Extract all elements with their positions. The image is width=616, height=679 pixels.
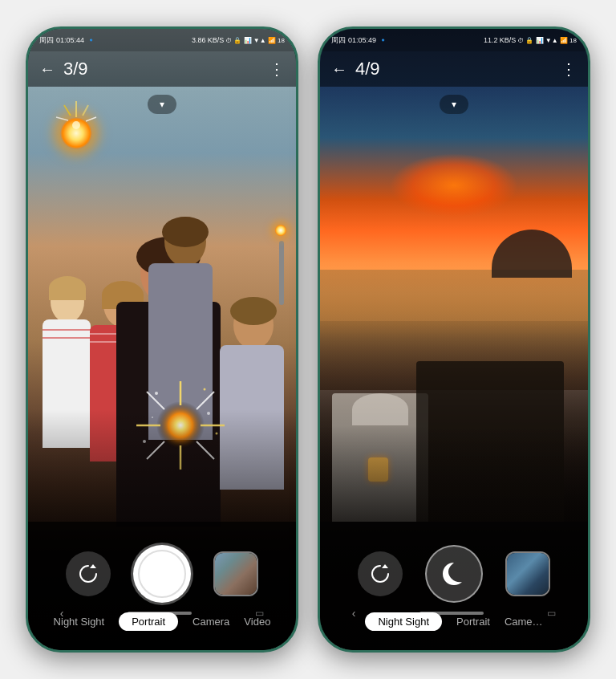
more-button-left[interactable]: ⋮ bbox=[269, 59, 285, 79]
nav-bar-right: ← 4/9 ⋮ bbox=[320, 51, 588, 87]
phone-right-frame: 周四 01:05:49 🔹 11.2 KB/S ⏱ 🔒 📊 ▼▲ 📶 18 ← … bbox=[318, 26, 590, 653]
shutter-button-left[interactable] bbox=[133, 545, 191, 603]
rotate-icon-right bbox=[369, 563, 391, 585]
svg-line-3 bbox=[64, 105, 71, 116]
shutter-inner-left bbox=[138, 550, 186, 598]
camera-buttons-right bbox=[358, 545, 550, 603]
status-icons-right: ⏱ 🔒 📊 ▼▲ 📶 18 bbox=[517, 37, 577, 44]
sparkle-lines-left bbox=[44, 93, 108, 157]
status-right-right: 11.2 KB/S ⏱ 🔒 📊 ▼▲ 📶 18 bbox=[484, 36, 577, 44]
more-button-right[interactable]: ⋮ bbox=[561, 59, 577, 79]
nav-recents-left[interactable]: ▭ bbox=[255, 608, 264, 619]
bottom-nav-left: ‹ ▭ bbox=[28, 599, 296, 628]
thumbnail-image-right bbox=[507, 553, 549, 595]
svg-point-16 bbox=[204, 388, 206, 391]
bottom-controls-left: Night Sight Portrait Camera Video bbox=[28, 522, 296, 650]
camera-buttons-left bbox=[66, 545, 258, 603]
status-emoji-right: 🔹 bbox=[379, 36, 387, 44]
nav-back-arrow-right[interactable]: ‹ bbox=[352, 607, 356, 620]
night-sight-shutter-right[interactable] bbox=[425, 545, 483, 603]
svg-marker-21 bbox=[90, 564, 96, 568]
status-network-right: 11.2 bbox=[484, 36, 498, 44]
svg-point-5 bbox=[72, 121, 80, 129]
thumbnail-left[interactable] bbox=[213, 551, 258, 596]
back-button-right[interactable]: ← bbox=[331, 60, 347, 79]
rotate-button-left[interactable] bbox=[66, 551, 111, 596]
status-network-unit-right: KB/S bbox=[500, 36, 517, 44]
rotate-button-right[interactable] bbox=[358, 551, 403, 596]
phone-left: 周四 01:05:44 🔹 3.86 KB/S ⏱ 🔒 📊 ▼▲ 📶 18 ← … bbox=[26, 26, 298, 653]
thumbnail-image-left bbox=[215, 553, 257, 595]
status-right-section: 3.86 KB/S ⏱ 🔒 📊 ▼▲ 📶 18 bbox=[192, 36, 285, 44]
phone-right: 周四 01:05:49 🔹 11.2 KB/S ⏱ 🔒 📊 ▼▲ 📶 18 ← … bbox=[318, 26, 590, 653]
status-day-right: 周四 bbox=[331, 35, 346, 46]
svg-marker-22 bbox=[382, 564, 388, 568]
status-emoji-left: 🔹 bbox=[87, 36, 95, 44]
sun-glow bbox=[390, 153, 518, 218]
nav-recents-right[interactable]: ▭ bbox=[547, 608, 556, 619]
status-time-right: 01:05:49 bbox=[348, 36, 376, 44]
status-left-section: 周四 01:05:44 🔹 bbox=[39, 35, 95, 46]
svg-line-14 bbox=[197, 392, 214, 409]
nav-home-bar-left[interactable] bbox=[128, 612, 192, 615]
nav-title-left: 3/9 bbox=[63, 59, 88, 79]
chevron-dropdown-left[interactable]: ▾ bbox=[148, 95, 176, 114]
phone-right-screen: 周四 01:05:49 🔹 11.2 KB/S ⏱ 🔒 📊 ▼▲ 📶 18 ← … bbox=[320, 29, 588, 650]
bottom-controls-right: Night Sight Portrait Came… bbox=[320, 522, 588, 650]
phone-left-frame: 周四 01:05:44 🔹 3.86 KB/S ⏱ 🔒 📊 ▼▲ 📶 18 ← … bbox=[26, 26, 298, 653]
chevron-dropdown-right[interactable]: ▾ bbox=[440, 95, 468, 114]
status-bar-left: 周四 01:05:44 🔹 3.86 KB/S ⏱ 🔒 📊 ▼▲ 📶 18 bbox=[28, 29, 296, 51]
nav-home-bar-right[interactable] bbox=[419, 612, 484, 615]
status-bar-right: 周四 01:05:49 🔹 11.2 KB/S ⏱ 🔒 📊 ▼▲ 📶 18 bbox=[320, 29, 588, 51]
svg-point-15 bbox=[155, 392, 158, 395]
back-button-left[interactable]: ← bbox=[39, 60, 55, 79]
svg-line-2 bbox=[86, 117, 96, 121]
rotate-icon-left bbox=[77, 563, 99, 585]
status-day-left: 周四 bbox=[39, 35, 54, 46]
chevron-icon-right: ▾ bbox=[452, 99, 456, 110]
nav-title-right: 4/9 bbox=[355, 59, 380, 79]
status-left-right: 周四 01:05:49 🔹 bbox=[331, 35, 387, 46]
status-time-left: 01:05:44 bbox=[56, 36, 84, 44]
status-network-unit-left: KB/S bbox=[208, 36, 225, 44]
status-icons-left: ⏱ 🔒 📊 ▼▲ 📶 18 bbox=[225, 37, 285, 44]
nav-bar-left: ← 3/9 ⋮ bbox=[28, 51, 296, 87]
svg-line-1 bbox=[83, 105, 88, 116]
svg-line-4 bbox=[56, 117, 68, 120]
moon-icon-right bbox=[436, 556, 472, 592]
status-network-left: 3.86 bbox=[192, 36, 206, 44]
bottom-nav-right: ‹ ▭ bbox=[320, 599, 588, 628]
chevron-icon-left: ▾ bbox=[160, 99, 164, 110]
thumbnail-right[interactable] bbox=[505, 551, 550, 596]
phone-left-screen: 周四 01:05:44 🔹 3.86 KB/S ⏱ 🔒 📊 ▼▲ 📶 18 ← … bbox=[28, 29, 296, 650]
nav-back-arrow-left[interactable]: ‹ bbox=[60, 607, 64, 620]
